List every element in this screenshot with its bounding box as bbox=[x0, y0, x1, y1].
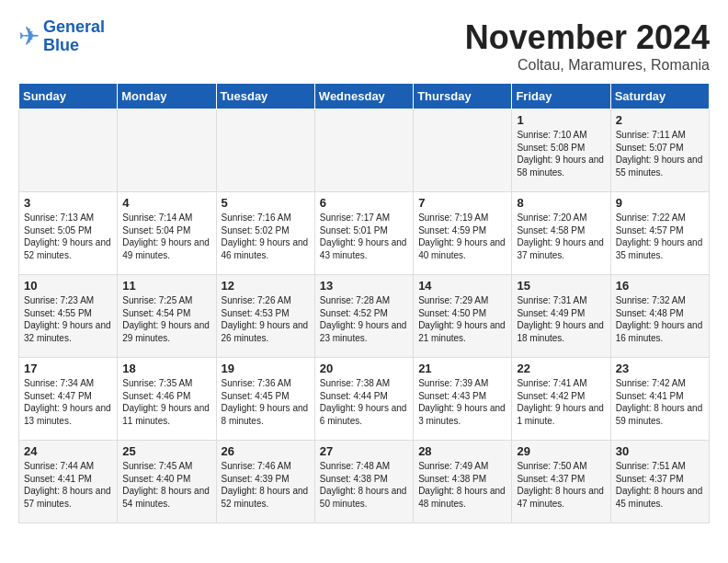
calendar-cell: 24Sunrise: 7:44 AMSunset: 4:41 PMDayligh… bbox=[19, 441, 118, 523]
day-number: 12 bbox=[222, 279, 310, 293]
week-row-4: 17Sunrise: 7:34 AMSunset: 4:47 PMDayligh… bbox=[19, 358, 710, 441]
cell-info: Sunrise: 7:28 AMSunset: 4:52 PMDaylight:… bbox=[320, 294, 408, 344]
logo: ✈ General Blue bbox=[18, 18, 105, 55]
calendar-cell: 12Sunrise: 7:26 AMSunset: 4:53 PMDayligh… bbox=[216, 275, 314, 358]
cell-info: Sunrise: 7:14 AMSunset: 5:04 PMDaylight:… bbox=[122, 212, 210, 261]
day-number: 9 bbox=[616, 196, 704, 210]
cell-info: Sunrise: 7:38 AMSunset: 4:44 PMDaylight:… bbox=[320, 377, 408, 427]
day-number: 20 bbox=[320, 362, 408, 375]
calendar-cell bbox=[216, 109, 314, 192]
calendar-cell: 26Sunrise: 7:46 AMSunset: 4:39 PMDayligh… bbox=[216, 441, 314, 523]
calendar-cell: 6Sunrise: 7:17 AMSunset: 5:01 PMDaylight… bbox=[314, 192, 413, 275]
calendar-cell: 8Sunrise: 7:20 AMSunset: 4:58 PMDaylight… bbox=[512, 192, 610, 275]
header-row: SundayMondayTuesdayWednesdayThursdayFrid… bbox=[19, 84, 710, 109]
day-number: 30 bbox=[616, 444, 704, 458]
calendar-cell: 1Sunrise: 7:10 AMSunset: 5:08 PMDaylight… bbox=[512, 109, 610, 192]
day-number: 6 bbox=[320, 196, 408, 210]
cell-info: Sunrise: 7:19 AMSunset: 4:59 PMDaylight:… bbox=[418, 212, 506, 261]
header-cell-saturday: Saturday bbox=[610, 84, 709, 109]
calendar-cell: 10Sunrise: 7:23 AMSunset: 4:55 PMDayligh… bbox=[19, 275, 118, 358]
calendar-cell: 16Sunrise: 7:32 AMSunset: 4:48 PMDayligh… bbox=[610, 275, 709, 358]
day-number: 26 bbox=[222, 444, 310, 458]
month-title: November 2024 bbox=[465, 18, 710, 57]
day-number: 5 bbox=[222, 196, 310, 210]
cell-info: Sunrise: 7:36 AMSunset: 4:45 PMDaylight:… bbox=[222, 377, 310, 427]
calendar-cell: 29Sunrise: 7:50 AMSunset: 4:37 PMDayligh… bbox=[512, 441, 610, 523]
cell-info: Sunrise: 7:32 AMSunset: 4:48 PMDaylight:… bbox=[616, 294, 704, 344]
day-number: 24 bbox=[24, 444, 112, 458]
cell-info: Sunrise: 7:25 AMSunset: 4:54 PMDaylight:… bbox=[122, 294, 210, 344]
cell-info: Sunrise: 7:50 AMSunset: 4:37 PMDaylight:… bbox=[517, 460, 605, 510]
calendar-cell bbox=[118, 109, 216, 192]
day-number: 13 bbox=[320, 279, 408, 293]
header-cell-wednesday: Wednesday bbox=[314, 84, 413, 109]
week-row-1: 1Sunrise: 7:10 AMSunset: 5:08 PMDaylight… bbox=[19, 109, 710, 192]
calendar-cell: 27Sunrise: 7:48 AMSunset: 4:38 PMDayligh… bbox=[314, 441, 413, 523]
logo-text: General Blue bbox=[43, 18, 105, 55]
title-section: November 2024 Coltau, Maramures, Romania bbox=[465, 18, 710, 74]
day-number: 2 bbox=[616, 113, 704, 127]
header: ✈ General Blue November 2024 Coltau, Mar… bbox=[18, 18, 710, 74]
calendar-table: SundayMondayTuesdayWednesdayThursdayFrid… bbox=[18, 83, 710, 523]
cell-info: Sunrise: 7:17 AMSunset: 5:01 PMDaylight:… bbox=[320, 212, 408, 261]
cell-info: Sunrise: 7:10 AMSunset: 5:08 PMDaylight:… bbox=[517, 129, 605, 178]
calendar-cell: 2Sunrise: 7:11 AMSunset: 5:07 PMDaylight… bbox=[610, 109, 709, 192]
cell-info: Sunrise: 7:45 AMSunset: 4:40 PMDaylight:… bbox=[122, 460, 210, 510]
header-cell-tuesday: Tuesday bbox=[216, 84, 314, 109]
header-cell-sunday: Sunday bbox=[19, 84, 118, 109]
calendar-cell: 15Sunrise: 7:31 AMSunset: 4:49 PMDayligh… bbox=[512, 275, 610, 358]
cell-info: Sunrise: 7:20 AMSunset: 4:58 PMDaylight:… bbox=[517, 212, 605, 261]
day-number: 28 bbox=[418, 444, 506, 458]
header-cell-monday: Monday bbox=[118, 84, 216, 109]
week-row-2: 3Sunrise: 7:13 AMSunset: 5:05 PMDaylight… bbox=[19, 192, 710, 275]
day-number: 29 bbox=[517, 444, 605, 458]
day-number: 16 bbox=[616, 279, 704, 293]
day-number: 21 bbox=[418, 362, 506, 375]
cell-info: Sunrise: 7:39 AMSunset: 4:43 PMDaylight:… bbox=[418, 377, 506, 427]
calendar-cell bbox=[414, 109, 512, 192]
cell-info: Sunrise: 7:13 AMSunset: 5:05 PMDaylight:… bbox=[24, 212, 112, 261]
cell-info: Sunrise: 7:35 AMSunset: 4:46 PMDaylight:… bbox=[122, 377, 210, 427]
day-number: 23 bbox=[616, 362, 704, 375]
calendar-cell: 30Sunrise: 7:51 AMSunset: 4:37 PMDayligh… bbox=[610, 441, 709, 523]
calendar-cell: 19Sunrise: 7:36 AMSunset: 4:45 PMDayligh… bbox=[216, 358, 314, 441]
logo-bird-icon: ✈ bbox=[18, 21, 40, 52]
cell-info: Sunrise: 7:51 AMSunset: 4:37 PMDaylight:… bbox=[616, 460, 704, 510]
day-number: 4 bbox=[122, 196, 210, 210]
cell-info: Sunrise: 7:49 AMSunset: 4:38 PMDaylight:… bbox=[418, 460, 506, 510]
week-row-3: 10Sunrise: 7:23 AMSunset: 4:55 PMDayligh… bbox=[19, 275, 710, 358]
week-row-5: 24Sunrise: 7:44 AMSunset: 4:41 PMDayligh… bbox=[19, 441, 710, 523]
calendar-cell: 28Sunrise: 7:49 AMSunset: 4:38 PMDayligh… bbox=[414, 441, 512, 523]
calendar-cell: 17Sunrise: 7:34 AMSunset: 4:47 PMDayligh… bbox=[19, 358, 118, 441]
day-number: 27 bbox=[320, 444, 408, 458]
day-number: 15 bbox=[517, 279, 605, 293]
day-number: 19 bbox=[222, 362, 310, 375]
cell-info: Sunrise: 7:44 AMSunset: 4:41 PMDaylight:… bbox=[24, 460, 112, 510]
logo-line2: Blue bbox=[43, 36, 79, 54]
calendar-cell: 3Sunrise: 7:13 AMSunset: 5:05 PMDaylight… bbox=[19, 192, 118, 275]
calendar-cell: 21Sunrise: 7:39 AMSunset: 4:43 PMDayligh… bbox=[414, 358, 512, 441]
calendar-cell: 14Sunrise: 7:29 AMSunset: 4:50 PMDayligh… bbox=[414, 275, 512, 358]
logo-line1: General bbox=[43, 17, 105, 36]
cell-info: Sunrise: 7:26 AMSunset: 4:53 PMDaylight:… bbox=[222, 294, 310, 344]
calendar-cell: 9Sunrise: 7:22 AMSunset: 4:57 PMDaylight… bbox=[610, 192, 709, 275]
day-number: 1 bbox=[517, 113, 605, 127]
subtitle: Coltau, Maramures, Romania bbox=[465, 57, 710, 74]
cell-info: Sunrise: 7:23 AMSunset: 4:55 PMDaylight:… bbox=[24, 294, 112, 344]
calendar-cell: 18Sunrise: 7:35 AMSunset: 4:46 PMDayligh… bbox=[118, 358, 216, 441]
cell-info: Sunrise: 7:42 AMSunset: 4:41 PMDaylight:… bbox=[616, 377, 704, 427]
cell-info: Sunrise: 7:34 AMSunset: 4:47 PMDaylight:… bbox=[24, 377, 112, 427]
day-number: 14 bbox=[418, 279, 506, 293]
calendar-cell: 4Sunrise: 7:14 AMSunset: 5:04 PMDaylight… bbox=[118, 192, 216, 275]
day-number: 18 bbox=[122, 362, 210, 375]
calendar-cell: 5Sunrise: 7:16 AMSunset: 5:02 PMDaylight… bbox=[216, 192, 314, 275]
day-number: 25 bbox=[122, 444, 210, 458]
calendar-cell: 7Sunrise: 7:19 AMSunset: 4:59 PMDaylight… bbox=[414, 192, 512, 275]
cell-info: Sunrise: 7:41 AMSunset: 4:42 PMDaylight:… bbox=[517, 377, 605, 427]
calendar-cell: 25Sunrise: 7:45 AMSunset: 4:40 PMDayligh… bbox=[118, 441, 216, 523]
calendar-cell bbox=[19, 109, 118, 192]
day-number: 22 bbox=[517, 362, 605, 375]
cell-info: Sunrise: 7:16 AMSunset: 5:02 PMDaylight:… bbox=[222, 212, 310, 261]
calendar-cell: 20Sunrise: 7:38 AMSunset: 4:44 PMDayligh… bbox=[314, 358, 413, 441]
calendar-cell: 11Sunrise: 7:25 AMSunset: 4:54 PMDayligh… bbox=[118, 275, 216, 358]
